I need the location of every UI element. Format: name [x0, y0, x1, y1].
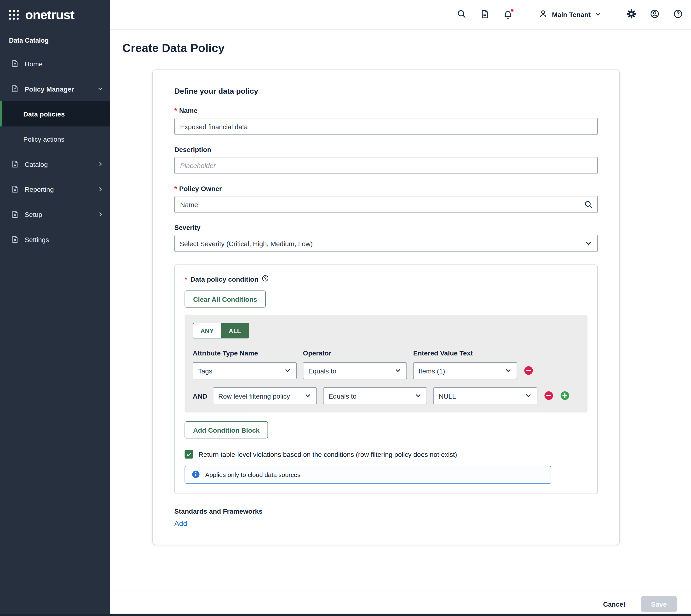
- minus-circle-icon: [523, 366, 533, 377]
- column-header-attribute: Attribute Type Name: [193, 349, 297, 357]
- chevron-right-icon: [97, 186, 104, 192]
- description-input[interactable]: [174, 157, 598, 174]
- severity-select-value: Select Severity (Critical, High, Medium,…: [180, 240, 313, 247]
- sidebar: onetrust Data Catalog Home Policy Manage…: [0, 0, 110, 616]
- attribute-select[interactable]: Tags: [193, 362, 297, 379]
- required-asterisk: *: [174, 107, 177, 114]
- logo-text: onetrust: [25, 7, 74, 22]
- join-operator-label: AND: [193, 392, 206, 400]
- add-condition-block-button[interactable]: Add Condition Block: [185, 421, 268, 438]
- topbar: Main Tenant: [110, 0, 691, 29]
- operator-select[interactable]: Equals to: [303, 362, 407, 379]
- value-select[interactable]: NULL: [433, 387, 537, 404]
- document-tasks-button[interactable]: [479, 8, 491, 20]
- sidebar-item-policy-actions[interactable]: Policy actions: [0, 126, 110, 152]
- sidebar-item-label: Reporting: [25, 185, 91, 193]
- value-select[interactable]: Items (1): [413, 362, 517, 379]
- tenant-selector[interactable]: Main Tenant: [535, 8, 604, 21]
- sidebar-item-label: Policy actions: [23, 135, 104, 143]
- info-icon: [192, 470, 200, 479]
- save-button[interactable]: Save: [641, 596, 677, 612]
- document-icon: [11, 185, 19, 193]
- match-all-button[interactable]: ALL: [221, 323, 249, 338]
- help-button[interactable]: [672, 8, 684, 20]
- footer-actions: Cancel Save: [110, 592, 691, 616]
- clear-all-conditions-button[interactable]: Clear All Conditions: [185, 290, 266, 308]
- sidebar-item-label: Data policies: [23, 110, 104, 118]
- help-icon[interactable]: [261, 275, 269, 283]
- condition-row: Tags Equals to: [193, 362, 579, 379]
- chevron-down-icon: [525, 392, 532, 400]
- cancel-button[interactable]: Cancel: [600, 600, 628, 608]
- chevron-down-icon: [505, 367, 512, 375]
- chevron-right-icon: [97, 211, 104, 217]
- sidebar-item-label: Setup: [25, 211, 91, 218]
- document-icon: [11, 160, 19, 168]
- content-area: Create Data Policy Define your data poli…: [110, 29, 691, 592]
- operator-select[interactable]: Equals to: [323, 387, 427, 404]
- onetrust-logo[interactable]: onetrust: [0, 0, 110, 29]
- person-icon: [538, 9, 548, 20]
- name-field: * Name: [174, 107, 598, 135]
- tenant-label: Main Tenant: [552, 11, 590, 19]
- column-header-operator: Operator: [303, 349, 407, 357]
- document-icon: [11, 235, 19, 244]
- sidebar-item-setup[interactable]: Setup: [0, 202, 110, 227]
- attribute-select[interactable]: Row level filtering policy: [213, 387, 317, 404]
- search-button[interactable]: [455, 8, 467, 20]
- settings-button[interactable]: [626, 8, 637, 20]
- sidebar-item-label: Settings: [25, 236, 104, 243]
- table-level-violations-checkbox[interactable]: [185, 450, 193, 459]
- sidebar-item-home[interactable]: Home: [0, 51, 110, 76]
- sidebar-item-catalog[interactable]: Catalog: [0, 152, 110, 177]
- policy-owner-input[interactable]: [174, 196, 598, 213]
- condition-section: * Data policy condition Clear All Condit…: [174, 264, 598, 494]
- required-asterisk: *: [174, 185, 177, 193]
- app-grid-icon: [8, 9, 20, 21]
- document-icon: [11, 60, 19, 68]
- match-toggle: ANY ALL: [193, 323, 249, 338]
- match-any-button[interactable]: ANY: [193, 323, 221, 338]
- chevron-down-icon: [595, 10, 601, 19]
- sidebar-item-data-policies[interactable]: Data policies: [0, 102, 110, 127]
- checkbox-label: Return table-level violations based on t…: [199, 450, 457, 458]
- help-icon: [673, 9, 683, 20]
- severity-label: Severity: [174, 224, 598, 231]
- column-header-value: Entered Value Text: [413, 349, 517, 357]
- chevron-down-icon: [304, 392, 311, 400]
- info-banner-text: Applies only to cloud data sources: [205, 471, 300, 479]
- sidebar-item-reporting[interactable]: Reporting: [0, 177, 110, 202]
- create-policy-card: Define your data policy * Name Descripti…: [152, 69, 620, 545]
- section-title: Define your data policy: [174, 87, 598, 96]
- chevron-down-icon: [584, 239, 593, 248]
- notifications-button[interactable]: [502, 8, 514, 20]
- app-root: onetrust Data Catalog Home Policy Manage…: [0, 0, 691, 616]
- minus-circle-icon: [544, 391, 553, 402]
- condition-label: Data policy condition: [191, 275, 259, 283]
- name-input[interactable]: [174, 118, 598, 135]
- page-title: Create Data Policy: [122, 41, 691, 55]
- severity-select[interactable]: Select Severity (Critical, High, Medium,…: [174, 235, 598, 252]
- chevron-down-icon: [284, 367, 291, 375]
- screen-bottom-edge: [0, 614, 691, 616]
- required-asterisk: *: [185, 275, 187, 283]
- description-field: Description: [174, 146, 598, 174]
- document-icon: [11, 210, 19, 218]
- search-icon[interactable]: [584, 200, 593, 211]
- remove-condition-button[interactable]: [523, 366, 533, 376]
- sidebar-nav: Home Policy Manager Data policies Policy…: [0, 51, 110, 252]
- document-icon: [480, 9, 489, 20]
- account-icon: [650, 9, 660, 20]
- add-standards-link[interactable]: Add: [174, 520, 187, 528]
- name-label: * Name: [174, 107, 598, 114]
- description-label: Description: [174, 146, 598, 153]
- sidebar-item-policy-manager[interactable]: Policy Manager: [0, 76, 110, 102]
- condition-row: AND Row level filtering policy Equals to: [193, 387, 579, 404]
- chevron-right-icon: [97, 161, 104, 167]
- sidebar-item-settings[interactable]: Settings: [0, 227, 110, 252]
- policy-owner-field: * Policy Owner: [174, 185, 598, 213]
- chevron-down-icon: [97, 86, 104, 92]
- account-button[interactable]: [649, 8, 661, 20]
- remove-condition-button[interactable]: [544, 391, 554, 401]
- add-condition-button[interactable]: [560, 391, 570, 401]
